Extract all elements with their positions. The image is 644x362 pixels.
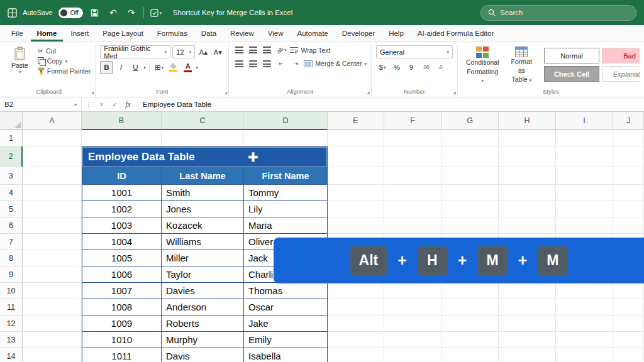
row-header[interactable]: 11 bbox=[0, 299, 23, 315]
column-header-a[interactable]: A bbox=[23, 112, 82, 130]
table-header-cell[interactable]: First Name bbox=[244, 167, 328, 185]
cell[interactable] bbox=[23, 130, 82, 146]
table-cell[interactable]: Lily bbox=[244, 201, 328, 217]
cell[interactable] bbox=[613, 283, 644, 299]
table-cell[interactable]: Taylor bbox=[162, 266, 244, 283]
cell[interactable] bbox=[613, 315, 644, 332]
table-cell[interactable]: 1003 bbox=[82, 217, 162, 234]
row-header[interactable]: 12 bbox=[0, 315, 23, 332]
cell[interactable] bbox=[441, 217, 499, 234]
cell[interactable] bbox=[384, 201, 441, 217]
font-name-select[interactable]: Franklin Gothic Med▾ bbox=[100, 45, 170, 58]
table-cell[interactable]: 1011 bbox=[82, 348, 162, 362]
conditional-formatting-button[interactable]: Conditional Formatting ▾ bbox=[462, 45, 503, 85]
row-header[interactable]: 9 bbox=[0, 266, 23, 283]
font-color-button[interactable]: A bbox=[182, 61, 194, 74]
bold-button[interactable]: B bbox=[100, 61, 113, 74]
cell[interactable] bbox=[613, 332, 644, 348]
tab-ai-aided-formula-editor[interactable]: AI-aided Formula Editor bbox=[411, 26, 500, 41]
cell[interactable] bbox=[613, 348, 644, 362]
cell[interactable] bbox=[556, 185, 613, 201]
tab-review[interactable]: Review bbox=[224, 26, 260, 41]
cell[interactable] bbox=[441, 130, 499, 146]
cell[interactable] bbox=[556, 130, 613, 146]
grow-font-button[interactable]: A▴ bbox=[197, 46, 209, 58]
row-header[interactable]: 6 bbox=[0, 217, 23, 234]
decrease-decimal-button[interactable]: .0 bbox=[434, 61, 447, 74]
cell[interactable] bbox=[613, 146, 644, 167]
copy-button[interactable]: Copy▾ bbox=[38, 57, 91, 65]
table-cell[interactable]: Emily bbox=[244, 332, 328, 348]
column-header-h[interactable]: H bbox=[499, 112, 556, 130]
underline-options-chevron[interactable]: ▾ bbox=[143, 65, 146, 70]
cell[interactable] bbox=[499, 185, 556, 201]
cell[interactable] bbox=[384, 315, 441, 332]
cell[interactable] bbox=[499, 167, 556, 185]
cell-style-explanatory[interactable]: Explanator bbox=[602, 66, 640, 82]
row-header[interactable]: 5 bbox=[0, 201, 23, 217]
cell[interactable] bbox=[441, 283, 499, 299]
underline-button[interactable]: U bbox=[129, 61, 142, 74]
cell[interactable] bbox=[23, 332, 82, 348]
cell[interactable] bbox=[556, 283, 613, 299]
table-cell[interactable]: Jones bbox=[162, 201, 244, 217]
cell[interactable] bbox=[328, 332, 384, 348]
tab-data[interactable]: Data bbox=[195, 26, 223, 41]
table-cell[interactable]: Roberts bbox=[162, 315, 244, 332]
cell[interactable] bbox=[162, 130, 244, 146]
quick-access-button[interactable]: ▾ bbox=[150, 9, 162, 17]
table-cell[interactable]: Murphy bbox=[162, 332, 244, 348]
search-box[interactable]: Search bbox=[480, 5, 636, 21]
cell[interactable] bbox=[613, 217, 644, 234]
cell[interactable] bbox=[499, 217, 556, 234]
cut-button[interactable]: ✂Cut bbox=[38, 47, 91, 55]
cell[interactable] bbox=[384, 217, 441, 234]
cell[interactable] bbox=[328, 130, 384, 146]
insert-function-button[interactable]: fx bbox=[121, 97, 135, 111]
cell[interactable] bbox=[23, 283, 82, 299]
cell[interactable] bbox=[23, 315, 82, 332]
table-cell[interactable]: 1008 bbox=[82, 299, 162, 315]
cell[interactable] bbox=[441, 332, 499, 348]
column-header-i[interactable]: I bbox=[556, 112, 613, 130]
tab-help[interactable]: Help bbox=[382, 26, 410, 41]
tab-insert[interactable]: Insert bbox=[64, 26, 95, 41]
cell[interactable] bbox=[499, 146, 556, 167]
accounting-format-button[interactable]: $▾ bbox=[376, 61, 389, 74]
cell[interactable] bbox=[328, 201, 384, 217]
tab-view[interactable]: View bbox=[262, 26, 290, 41]
cell[interactable] bbox=[556, 348, 613, 362]
cell[interactable] bbox=[23, 167, 82, 185]
cell[interactable] bbox=[499, 201, 556, 217]
enter-button[interactable]: ✓ bbox=[108, 97, 121, 111]
cell[interactable] bbox=[384, 167, 441, 185]
row-header[interactable]: 8 bbox=[0, 250, 23, 266]
cell[interactable] bbox=[328, 348, 384, 362]
table-cell[interactable]: Oscar bbox=[244, 299, 328, 315]
shrink-font-button[interactable]: A▾ bbox=[211, 46, 224, 58]
format-as-table-button[interactable]: Format as Table ▾ bbox=[507, 45, 537, 84]
cell[interactable] bbox=[23, 185, 82, 201]
table-cell[interactable]: 1006 bbox=[82, 266, 162, 283]
table-cell[interactable]: Smith bbox=[162, 185, 244, 201]
merge-center-button[interactable]: Merge & Center▾ bbox=[304, 60, 367, 67]
cell[interactable] bbox=[384, 130, 441, 146]
cell[interactable] bbox=[23, 348, 82, 362]
cell[interactable] bbox=[441, 167, 499, 185]
increase-indent-button[interactable]: ⇥ bbox=[289, 57, 302, 70]
row-header[interactable]: 14 bbox=[0, 348, 23, 362]
cell[interactable] bbox=[499, 315, 556, 332]
column-header-j[interactable]: J bbox=[613, 112, 644, 130]
redo-button[interactable]: ↷ bbox=[125, 8, 138, 18]
cell[interactable] bbox=[23, 217, 82, 234]
cell[interactable] bbox=[556, 146, 613, 167]
table-title-cell[interactable]: Employee Data Table bbox=[82, 146, 328, 167]
cell[interactable] bbox=[384, 146, 441, 167]
cell[interactable] bbox=[556, 201, 613, 217]
borders-button[interactable]: ⊞▾ bbox=[153, 61, 165, 74]
cell[interactable] bbox=[441, 299, 499, 315]
table-cell[interactable]: Davis bbox=[162, 348, 244, 362]
table-cell[interactable]: 1005 bbox=[82, 250, 162, 266]
increase-decimal-button[interactable]: .00 bbox=[419, 61, 432, 74]
cell[interactable] bbox=[499, 299, 556, 315]
